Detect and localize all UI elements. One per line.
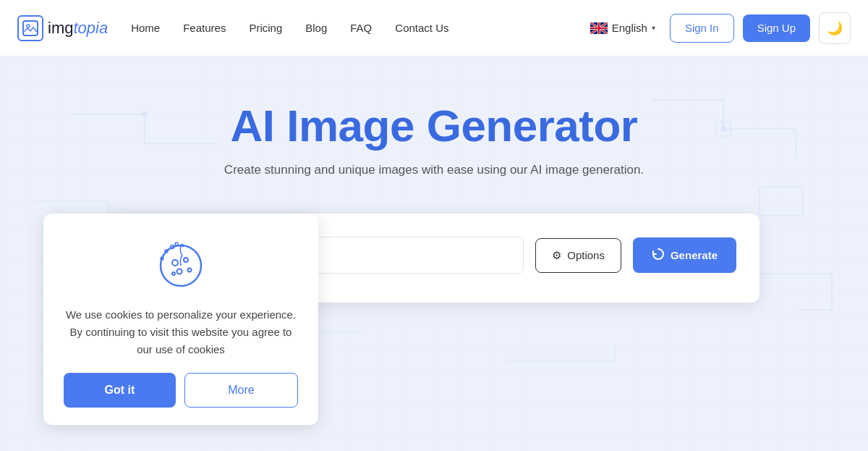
- svg-point-20: [177, 269, 182, 274]
- nav-right: English ▾ Sign In Sign Up 🌙: [590, 12, 851, 44]
- sign-up-button[interactable]: Sign Up: [743, 14, 810, 42]
- cookie-message: We use cookies to personalize your exper…: [64, 306, 298, 358]
- cookie-icon: [152, 234, 210, 292]
- cookie-banner: We use cookies to personalize your exper…: [43, 214, 318, 425]
- dark-mode-toggle[interactable]: 🌙: [819, 12, 851, 44]
- svg-point-19: [184, 258, 188, 262]
- navbar: imgtopia Home Features Pricing Blog FAQ …: [0, 0, 868, 56]
- nav-pricing[interactable]: Pricing: [249, 22, 282, 34]
- logo-text: imgtopia: [48, 19, 108, 38]
- nav-blog[interactable]: Blog: [305, 22, 327, 34]
- nav-links: Home Features Pricing Blog FAQ Contact U…: [131, 22, 590, 35]
- svg-point-18: [172, 260, 178, 266]
- hero-subtitle: Create stunning and unique images with e…: [14, 163, 854, 177]
- more-button[interactable]: More: [184, 373, 298, 408]
- cookie-buttons: Got it More: [64, 373, 298, 408]
- nav-features[interactable]: Features: [183, 22, 226, 34]
- language-label: English: [612, 22, 647, 34]
- nav-contact[interactable]: Contact Us: [395, 22, 448, 35]
- uk-flag-icon: [590, 22, 608, 34]
- options-label: Options: [567, 249, 605, 261]
- svg-point-21: [188, 269, 192, 272]
- svg-rect-0: [23, 21, 38, 35]
- generate-icon: [652, 248, 665, 263]
- moon-icon: 🌙: [827, 20, 843, 36]
- generate-button[interactable]: Generate: [633, 237, 736, 273]
- generate-label: Generate: [671, 249, 718, 261]
- got-it-button[interactable]: Got it: [64, 373, 176, 408]
- nav-faq[interactable]: FAQ: [350, 22, 372, 34]
- logo-icon: [17, 15, 43, 41]
- options-button[interactable]: ⚙ Options: [535, 238, 621, 273]
- svg-point-22: [172, 272, 175, 275]
- language-selector[interactable]: English ▾: [590, 22, 655, 34]
- nav-home[interactable]: Home: [131, 22, 160, 34]
- svg-point-1: [27, 25, 30, 28]
- sign-in-button[interactable]: Sign In: [670, 14, 734, 43]
- logo[interactable]: imgtopia: [17, 15, 108, 41]
- hero-title: AI Image Generator: [14, 100, 854, 151]
- svg-point-25: [175, 243, 178, 245]
- chevron-down-icon: ▾: [652, 24, 655, 32]
- gear-icon: ⚙: [552, 249, 561, 262]
